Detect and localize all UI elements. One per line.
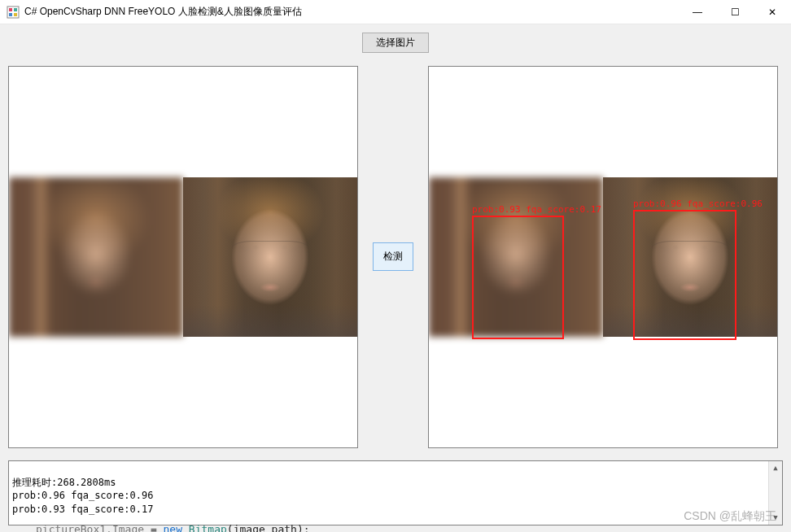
toolbar-row: 选择图片 xyxy=(8,29,783,53)
scroll-down-icon[interactable]: ▼ xyxy=(769,511,783,525)
output-image-panel: prob:0.93 fqa_score:0.17 prob:0.96 fqa_s… xyxy=(428,66,778,448)
scroll-up-icon[interactable]: ▲ xyxy=(769,461,783,475)
detection-box-1: prob:0.93 fqa_score:0.17 xyxy=(472,216,564,339)
select-image-button[interactable]: 选择图片 xyxy=(362,33,429,53)
detection-label-2: prob:0.96 fqa_score:0.96 xyxy=(633,198,763,209)
titlebar: C# OpenCvSharp DNN FreeYOLO 人脸检测&人脸图像质量评… xyxy=(0,0,791,24)
maximize-button[interactable]: ☐ xyxy=(716,0,754,24)
window-controls: — ☐ ✕ xyxy=(679,0,791,24)
input-face-left xyxy=(9,177,183,337)
output-textbox[interactable]: 推理耗时:268.2808ms prob:0.96 fqa_score:0.96… xyxy=(8,460,783,525)
svg-rect-3 xyxy=(9,13,12,16)
svg-rect-2 xyxy=(14,8,17,11)
svg-rect-4 xyxy=(14,13,17,16)
input-face-right xyxy=(183,177,357,337)
center-column: 检测 xyxy=(365,242,422,271)
output-line-3: prob:0.93 fqa_score:0.17 xyxy=(12,504,153,515)
client-area: 选择图片 检测 prob:0.93 fqa_score:0.17 xyxy=(0,24,791,532)
detection-box-2: prob:0.96 fqa_score:0.96 xyxy=(633,210,736,340)
content-row: 检测 prob:0.93 fqa_score:0.17 prob:0.96 fq… xyxy=(8,58,783,456)
svg-rect-1 xyxy=(9,8,12,11)
output-line-1: 推理耗时:268.2808ms xyxy=(12,477,116,488)
app-icon xyxy=(7,6,20,19)
output-line-2: prob:0.96 fqa_score:0.96 xyxy=(12,490,153,501)
footer-code-snippet: pictureBox1.Image = new Bitmap(image_pat… xyxy=(36,523,310,532)
detection-label-1: prob:0.93 fqa_score:0.17 xyxy=(472,204,601,215)
minimize-button[interactable]: — xyxy=(679,0,716,24)
input-image xyxy=(9,177,357,337)
input-image-panel xyxy=(8,66,358,448)
window-title: C# OpenCvSharp DNN FreeYOLO 人脸检测&人脸图像质量评… xyxy=(24,5,679,19)
vertical-scrollbar[interactable]: ▲ ▼ xyxy=(768,461,782,525)
close-button[interactable]: ✕ xyxy=(754,0,791,24)
output-image: prob:0.93 fqa_score:0.17 prob:0.96 fqa_s… xyxy=(429,177,777,337)
detect-button[interactable]: 检测 xyxy=(373,242,413,271)
